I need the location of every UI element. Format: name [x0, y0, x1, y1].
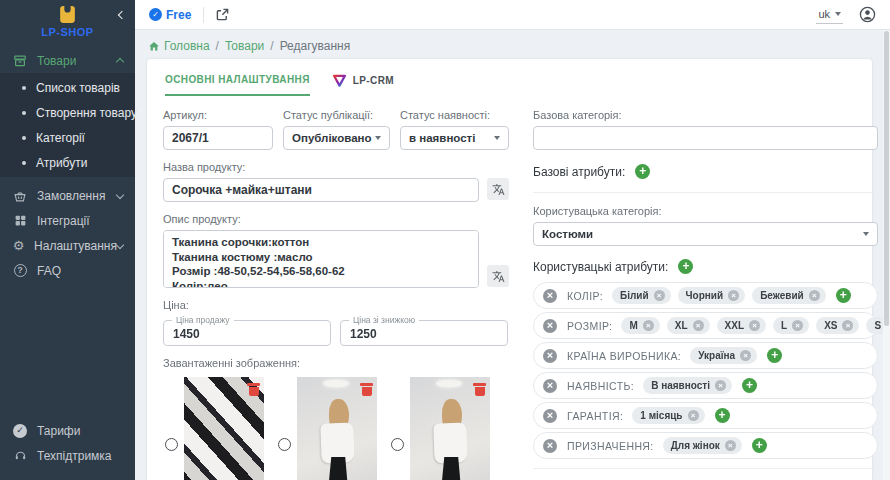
attribute-remove-icon[interactable] — [543, 319, 557, 333]
image-select-radio[interactable] — [278, 438, 291, 451]
delete-image-button[interactable] — [474, 383, 485, 396]
breadcrumb-products-link[interactable]: Товари — [225, 39, 264, 53]
chevron-down-icon — [375, 136, 381, 140]
base-attrs-label: Базові атрибути: — [533, 165, 625, 179]
sidebar-item-product-create[interactable]: Створення товару — [0, 100, 135, 125]
add-value-button[interactable] — [767, 348, 782, 363]
add-value-button[interactable] — [752, 438, 767, 453]
sidebar-item-categories[interactable]: Категорії — [0, 125, 135, 150]
attribute-name: РОЗМІР: — [567, 320, 612, 332]
logo-row: LP-SHOP — [0, 0, 135, 48]
chip-remove-icon[interactable] — [725, 440, 736, 451]
chip-remove-icon[interactable] — [740, 350, 751, 361]
chip-remove-icon[interactable] — [643, 320, 654, 331]
attribute-remove-icon[interactable] — [543, 439, 557, 453]
image-select-radio[interactable] — [165, 438, 178, 451]
breadcrumb-home-link[interactable]: Головна — [148, 39, 210, 53]
basket-icon — [12, 189, 28, 203]
language-select[interactable]: uk — [816, 6, 843, 24]
attribute-value-chip: M — [621, 317, 659, 334]
discount-price-field[interactable]: Ціна зі знижкою 1250 — [340, 320, 508, 346]
chip-remove-icon[interactable] — [749, 320, 760, 331]
user-category-select[interactable]: Костюми — [533, 222, 878, 246]
tab-lp-crm[interactable]: LP-CRM — [332, 73, 394, 97]
add-value-button[interactable] — [742, 378, 757, 393]
avail-status-label: Статус наявності: — [400, 109, 509, 121]
sidebar-item-label: Товари — [37, 54, 117, 68]
discount-price-float-label: Ціна зі знижкою — [349, 315, 419, 325]
chip-label: M — [629, 320, 637, 331]
breadcrumb: Головна / Товари / Редагування — [148, 39, 890, 53]
sidebar-item-tariffs[interactable]: ✓ Тарифи — [0, 418, 135, 443]
sidebar-item-label: Інтеграції — [37, 214, 123, 228]
fabric-closeup-photo — [184, 377, 264, 480]
sidebar-item-settings[interactable]: ⚙ Налаштування — [0, 233, 135, 258]
vertical-scrollbar[interactable] — [883, 30, 890, 480]
scrollbar-thumb[interactable] — [884, 31, 889, 326]
attribute-row: НАЯВНІСТЬ:В наявності — [533, 372, 878, 399]
attribute-remove-icon[interactable] — [543, 289, 557, 303]
sidebar-item-label: Атрибути — [36, 156, 123, 170]
user-attributes-list: КОЛІР:БілийЧорнийБежевийРОЗМІР:MXLXXLLXS… — [533, 282, 878, 459]
sidebar-item-faq[interactable]: ? FAQ — [0, 258, 135, 283]
attribute-remove-icon[interactable] — [543, 349, 557, 363]
add-value-button[interactable] — [836, 288, 851, 303]
sidebar-item-label: Замовлення — [37, 189, 117, 203]
chip-label: S — [874, 320, 881, 331]
sidebar-item-orders[interactable]: Замовлення — [0, 183, 135, 208]
attribute-name: НАЯВНІСТЬ: — [567, 380, 634, 392]
sale-price-field[interactable]: Ціна продажу 1450 — [163, 320, 331, 346]
delete-image-button[interactable] — [248, 383, 259, 396]
chevron-down-icon — [835, 12, 841, 16]
translate-icon — [492, 270, 505, 283]
sidebar-item-integrations[interactable]: Інтеграції — [0, 208, 135, 233]
chip-remove-icon[interactable] — [693, 320, 704, 331]
chip-label: XXL — [725, 320, 744, 331]
open-in-new-icon[interactable] — [216, 8, 229, 21]
delete-image-button[interactable] — [361, 383, 372, 396]
divider — [533, 192, 878, 193]
chip-label: Чорний — [686, 290, 724, 301]
description-textarea[interactable]: Тканина сорочки:коттон Тканина костюму :… — [163, 230, 479, 288]
chip-remove-icon[interactable] — [715, 380, 726, 391]
avail-status-select[interactable]: в наявності — [400, 126, 509, 150]
attribute-remove-icon[interactable] — [543, 379, 557, 393]
add-base-attribute-button[interactable] — [635, 164, 650, 179]
artikul-input[interactable] — [163, 126, 273, 150]
chevron-down-icon — [863, 232, 869, 236]
breadcrumb-separator: / — [216, 39, 219, 53]
tab-main-settings[interactable]: ОСНОВНІ НАЛАШТУВАННЯ — [165, 74, 310, 96]
chip-remove-icon[interactable] — [842, 320, 853, 331]
artikul-label: Артикул: — [163, 109, 273, 121]
attribute-name: КРАЇНА ВИРОБНИКА: — [567, 350, 681, 362]
logo-text[interactable]: LP-SHOP — [0, 26, 135, 38]
add-user-attribute-button[interactable] — [678, 259, 693, 274]
sidebar-item-support[interactable]: Техпідтримка — [0, 443, 135, 468]
plan-badge[interactable]: ✓ Free — [149, 8, 191, 22]
attribute-name: ПРИЗНАЧЕННЯ: — [567, 440, 654, 452]
chip-remove-icon[interactable] — [792, 320, 803, 331]
translate-button[interactable] — [487, 178, 509, 200]
sidebar-item-products[interactable]: Товари — [0, 48, 135, 73]
attribute-row: КОЛІР:БілийЧорнийБежевий — [533, 282, 878, 309]
sidebar-item-attributes[interactable]: Атрибути — [0, 150, 135, 175]
base-category-input[interactable] — [533, 126, 878, 150]
attribute-remove-icon[interactable] — [543, 409, 557, 423]
sidebar-collapse-icon[interactable] — [119, 7, 125, 21]
image-select-radio[interactable] — [391, 438, 404, 451]
chevron-down-icon — [117, 189, 123, 203]
chip-remove-icon[interactable] — [654, 290, 665, 301]
add-value-button[interactable] — [715, 408, 730, 423]
sidebar-item-label: Створення товару — [36, 106, 137, 120]
sidebar-item-label: Техпідтримка — [37, 449, 123, 463]
pub-status-select[interactable]: Опубліковано — [283, 126, 390, 150]
translate-button[interactable] — [487, 265, 509, 287]
product-name-input[interactable] — [163, 178, 479, 202]
sidebar-item-product-list[interactable]: Список товарів — [0, 75, 135, 100]
bullet-icon — [22, 136, 26, 140]
chip-remove-icon[interactable] — [809, 290, 820, 301]
chip-remove-icon[interactable] — [728, 290, 739, 301]
check-badge-icon: ✓ — [12, 424, 28, 438]
avatar[interactable] — [859, 6, 876, 23]
chip-remove-icon[interactable] — [688, 410, 699, 421]
